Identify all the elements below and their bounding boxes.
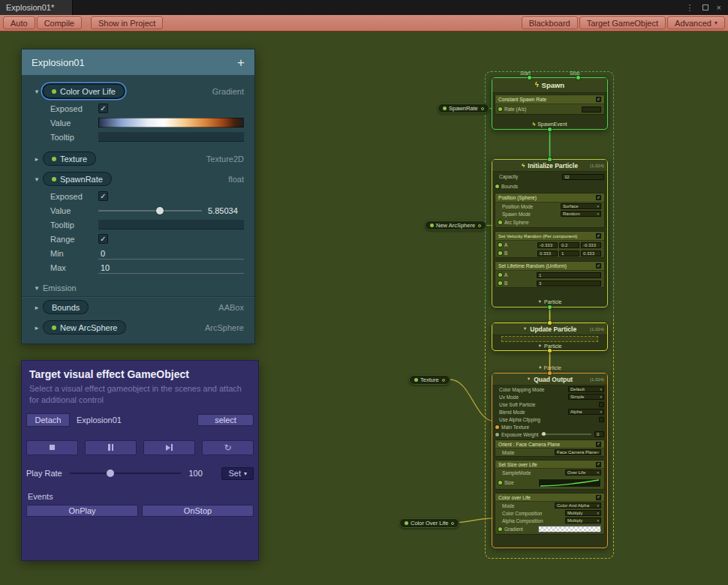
- update-output-port[interactable]: [548, 349, 552, 352]
- sample-mode-dropdown[interactable]: Over Life ▾: [565, 470, 601, 476]
- set-lifetime-random-block[interactable]: Set Lifetime Random (Uniform) ✓ A 1 B 3: [495, 261, 605, 288]
- soft-particle-checkbox[interactable]: [599, 402, 604, 407]
- pause-button[interactable]: [85, 440, 137, 455]
- add-parameter-button[interactable]: +: [237, 56, 245, 69]
- maximize-icon[interactable]: [702, 4, 708, 12]
- onplay-button[interactable]: OnPlay: [26, 505, 138, 517]
- exposed-checkbox[interactable]: ✓: [98, 104, 108, 113]
- update-context-node[interactable]: ▼ Update Particle (1,024) ▼ Particle: [492, 322, 608, 351]
- category-emission[interactable]: ▾ Emission: [22, 279, 254, 297]
- restart-button[interactable]: ↻: [202, 440, 254, 455]
- param-output-port[interactable]: [442, 379, 445, 382]
- stop-port[interactable]: [576, 76, 580, 80]
- block-enabled-checkbox[interactable]: ✓: [596, 97, 601, 102]
- initialize-input-port[interactable]: [548, 158, 552, 161]
- update-input-port[interactable]: [548, 321, 552, 325]
- param-output-port[interactable]: [478, 224, 481, 227]
- target-gameobject-toggle-button[interactable]: Target GameObject: [579, 16, 666, 29]
- param-pill-texture[interactable]: Texture: [43, 152, 96, 166]
- velocity-a-y-field[interactable]: 0.2: [559, 242, 579, 248]
- capacity-field[interactable]: 32: [562, 174, 604, 180]
- size-curve-preview[interactable]: [538, 478, 601, 488]
- slider-thumb[interactable]: [542, 432, 546, 436]
- initialize-header[interactable]: ϟ Initialize Particle (1,024): [492, 160, 607, 172]
- quad-input-port[interactable]: [548, 371, 552, 375]
- block-enabled-checkbox[interactable]: ✓: [596, 233, 601, 238]
- exposure-weight-port-icon[interactable]: [495, 433, 499, 436]
- quad-header[interactable]: ▼ Quad Output (1,024): [492, 374, 607, 386]
- edge-texture-to-maintexture[interactable]: [450, 380, 495, 422]
- range-checkbox[interactable]: ✓: [98, 234, 108, 244]
- blackboard-header[interactable]: Explosion01 +: [22, 50, 254, 75]
- step-button[interactable]: [143, 440, 195, 455]
- param-pill-spawnrate[interactable]: SpawnRate: [43, 172, 112, 186]
- param-output-port[interactable]: [481, 107, 484, 110]
- detach-button[interactable]: Detach: [26, 413, 70, 427]
- tooltip-input[interactable]: [98, 132, 244, 142]
- tooltip-input[interactable]: [98, 220, 244, 230]
- show-in-project-button[interactable]: Show in Project: [91, 16, 163, 29]
- set-size-over-life-block[interactable]: Set Size over Life ✓ SampleMode Over Lif…: [495, 460, 605, 490]
- param-node-new-arcsphere[interactable]: New ArcSphere: [425, 220, 486, 230]
- velocity-a-port-icon[interactable]: [498, 243, 502, 247]
- chevron-down-icon[interactable]: ▾: [31, 284, 43, 292]
- auto-button[interactable]: Auto: [3, 16, 35, 29]
- slider-thumb[interactable]: [107, 470, 114, 477]
- blend-mode-dropdown[interactable]: Alpha ▾: [568, 409, 604, 415]
- lifetime-a-port-icon[interactable]: [498, 273, 502, 277]
- spawn-header[interactable]: ϟ Spawn: [492, 78, 607, 93]
- orient-block[interactable]: Orient : Face Camera Plane ✓ Mode Face C…: [495, 440, 605, 457]
- orient-mode-dropdown[interactable]: Face Camera Plane ▾: [555, 449, 601, 455]
- rate-field[interactable]: [582, 106, 601, 112]
- empty-block-dropzone[interactable]: [501, 336, 598, 342]
- window-tab[interactable]: Explosion01*: [0, 0, 73, 15]
- velocity-b-y-field[interactable]: 1: [559, 250, 579, 256]
- min-field[interactable]: 0: [98, 248, 244, 260]
- alpha-composition-dropdown[interactable]: Multiply ▾: [565, 518, 601, 524]
- velocity-b-x-field[interactable]: 0.333: [537, 250, 558, 256]
- lifetime-b-port-icon[interactable]: [498, 281, 502, 285]
- color-mapping-dropdown[interactable]: Default ▾: [568, 386, 604, 392]
- onstop-button[interactable]: OnStop: [142, 505, 254, 517]
- value-field[interactable]: 5.85034: [208, 206, 244, 215]
- max-field[interactable]: 10: [98, 262, 244, 274]
- gradient-port-icon[interactable]: [498, 527, 502, 531]
- select-button[interactable]: select: [197, 414, 254, 426]
- set-velocity-random-block[interactable]: Set Velocity Random (Per component) ✓ A …: [495, 231, 605, 258]
- block-enabled-checkbox[interactable]: ✓: [596, 263, 601, 268]
- color-over-life-block[interactable]: Color over Life ✓ Mode Color And Alpha ▾…: [495, 493, 605, 535]
- velocity-a-z-field[interactable]: -0.333: [581, 242, 601, 248]
- param-pill-bounds[interactable]: Bounds: [43, 300, 89, 314]
- param-node-spawnrate[interactable]: SpawnRate: [438, 104, 489, 113]
- rate-port-icon[interactable]: [498, 107, 502, 111]
- param-pill-color-over-life[interactable]: Color Over Life: [43, 84, 125, 98]
- value-slider[interactable]: [98, 210, 202, 212]
- param-output-port[interactable]: [451, 522, 454, 525]
- advanced-dropdown[interactable]: Advanced ▾: [667, 16, 725, 29]
- spawn-output-port[interactable]: [548, 128, 552, 131]
- color-mode-dropdown[interactable]: Color And Alpha ▾: [555, 502, 601, 508]
- gradient-value-preview[interactable]: [98, 118, 244, 128]
- exposure-weight-field[interactable]: 0: [594, 431, 604, 437]
- update-header[interactable]: ▼ Update Particle (1,024): [492, 323, 607, 335]
- chevron-down-icon[interactable]: ▾: [31, 88, 43, 95]
- play-rate-slider[interactable]: [70, 472, 181, 474]
- param-node-color-over-life[interactable]: Color Over Life: [399, 518, 459, 528]
- block-enabled-checkbox[interactable]: ✓: [596, 462, 601, 467]
- velocity-b-port-icon[interactable]: [498, 251, 502, 255]
- bounds-port-icon[interactable]: [495, 184, 499, 188]
- gradient-preview[interactable]: [538, 526, 601, 532]
- size-port-icon[interactable]: [498, 481, 502, 484]
- exposure-weight-slider[interactable]: [541, 434, 591, 435]
- velocity-b-z-field[interactable]: 0.333: [581, 250, 601, 256]
- position-sphere-block[interactable]: Position (Sphere) ✓ Position Mode Surfac…: [495, 193, 605, 228]
- block-enabled-checkbox[interactable]: ✓: [596, 195, 601, 200]
- spawn-context-node[interactable]: Start Stop ϟ Spawn Constant Spawn Rate ✓…: [492, 77, 608, 130]
- graph-canvas[interactable]: Start Stop ϟ Spawn Constant Spawn Rate ✓…: [0, 32, 728, 585]
- constant-spawn-rate-block[interactable]: Constant Spawn Rate ✓ Rate (A/s): [495, 94, 605, 115]
- uv-mode-dropdown[interactable]: Simple ▾: [568, 394, 604, 400]
- param-node-texture[interactable]: Texture: [409, 375, 450, 385]
- start-port[interactable]: [528, 76, 531, 80]
- main-texture-port-icon[interactable]: [495, 425, 499, 429]
- chevron-right-icon[interactable]: ▸: [31, 304, 43, 311]
